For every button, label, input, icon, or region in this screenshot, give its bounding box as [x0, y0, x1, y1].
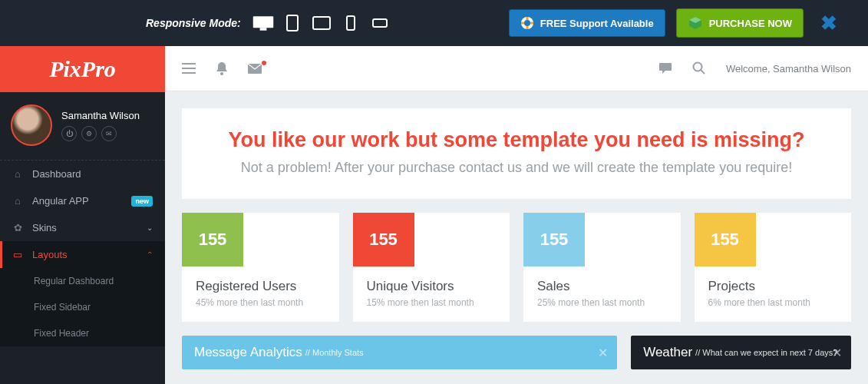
stat-sales[interactable]: 155 Sales 25% more then last month	[523, 213, 681, 322]
close-icon[interactable]: ✕	[832, 346, 842, 360]
cog-icon: ✿	[12, 222, 23, 233]
svg-rect-2	[287, 15, 298, 31]
panel-title: Weather	[643, 345, 692, 360]
welcome-text[interactable]: Welcome, Samantha Wilson	[726, 63, 851, 74]
stat-title: Unique Visitors	[353, 279, 510, 294]
bell-icon[interactable]	[216, 61, 228, 75]
svg-rect-9	[182, 68, 185, 69]
panel-weather: Weather // What can we expect in next 7 …	[631, 336, 851, 369]
sidebar-item-layouts[interactable]: ▭Layouts⌃	[0, 241, 165, 268]
chat-icon[interactable]: ✉	[101, 126, 117, 141]
svg-rect-10	[182, 72, 185, 74]
stat-title: Projects	[695, 279, 852, 294]
avatar[interactable]	[11, 104, 52, 146]
sidebar-item-angular[interactable]: ⌂Angular APPnew	[0, 187, 165, 214]
topbar: Welcome, Samantha Wilson	[165, 46, 868, 91]
box-icon	[688, 15, 703, 31]
sidebar-item-label: Fixed Sidebar	[34, 302, 91, 313]
comments-icon[interactable]	[658, 62, 672, 74]
responsive-mode-label: Responsive Mode:	[146, 17, 241, 29]
stat-sub: 6% more then last month	[695, 297, 852, 308]
sidebar-sub-fixed-sidebar[interactable]: Fixed Sidebar	[0, 294, 165, 320]
sidebar-item-label: Angular APP	[32, 195, 89, 207]
svg-rect-8	[182, 63, 185, 65]
panel-subtitle: // What can we expect in next 7 days?	[695, 348, 837, 357]
sidebar-item-label: Layouts	[32, 249, 68, 260]
stat-value: 155	[695, 213, 756, 266]
stat-registered-users[interactable]: 155 Registered Users 45% more then last …	[182, 213, 339, 322]
svg-point-11	[220, 72, 223, 75]
stat-value: 155	[523, 213, 585, 266]
chevron-up-icon: ⌃	[147, 250, 153, 259]
stat-sub: 25% more then last month	[523, 297, 681, 308]
sidebar-item-label: Regular Dashboard	[34, 276, 114, 286]
panel-analytics: Message Analytics // Monthly Stats ✕	[182, 336, 617, 369]
sidebar-item-label: Dashboard	[32, 168, 81, 180]
sidebar-nav: ⌂Dashboard ⌂Angular APPnew ✿Skins⌄ ▭Layo…	[0, 161, 165, 346]
new-badge: new	[131, 196, 153, 207]
logo[interactable]: PixPro	[0, 46, 165, 92]
panel-subtitle: // Monthly Stats	[305, 348, 364, 357]
sidebar-sub-fixed-header[interactable]: Fixed Header	[0, 320, 165, 346]
device-phone-landscape-icon[interactable]	[368, 14, 391, 32]
sidebar-item-label: Skins	[32, 222, 57, 233]
power-icon[interactable]: ⏻	[61, 126, 77, 141]
svg-point-7	[524, 20, 530, 26]
stats-row: 155 Registered Users 45% more then last …	[182, 213, 851, 322]
svg-rect-4	[347, 16, 355, 30]
svg-rect-0	[252, 16, 272, 28]
stat-sub: 15% more then last month	[353, 297, 510, 308]
sidebar: PixPro Samantha Wilson ⏻ ⚙ ✉ ⌂Dashboard …	[0, 46, 165, 384]
search-icon[interactable]	[692, 61, 706, 75]
stat-title: Registered Users	[182, 279, 339, 294]
svg-rect-1	[259, 28, 266, 31]
sidebar-item-label: Fixed Header	[34, 328, 89, 339]
support-button[interactable]: FREE Support Available	[509, 9, 665, 37]
profile-block: Samantha Wilson ⏻ ⚙ ✉	[0, 92, 165, 161]
close-icon[interactable]: ✕	[598, 346, 608, 360]
sidebar-sub-regular[interactable]: Regular Dashboard	[0, 268, 165, 294]
stat-projects[interactable]: 155 Projects 6% more then last month	[695, 213, 852, 322]
home-icon: ⌂	[12, 195, 23, 207]
purchase-button[interactable]: PURCHASE NOW	[676, 8, 804, 38]
stat-value: 155	[353, 213, 414, 266]
device-desktop-icon[interactable]	[252, 14, 275, 32]
device-selector	[252, 14, 391, 32]
stat-sub: 45% more then last month	[182, 297, 339, 308]
svg-rect-3	[313, 17, 330, 29]
profile-name: Samantha Wilson	[61, 110, 140, 121]
device-phone-portrait-icon[interactable]	[339, 14, 362, 32]
menu-toggle-icon[interactable]	[182, 63, 196, 74]
promo-bar: Responsive Mode: FREE Support Available …	[0, 0, 868, 46]
support-button-label: FREE Support Available	[540, 18, 654, 29]
promo-close-icon[interactable]: ✖	[820, 12, 837, 35]
stat-unique-visitors[interactable]: 155 Unique Visitors 15% more then last m…	[353, 213, 510, 322]
sidebar-item-skins[interactable]: ✿Skins⌄	[0, 214, 165, 241]
home-icon: ⌂	[12, 168, 23, 180]
purchase-button-label: PURCHASE NOW	[709, 18, 792, 29]
device-tablet-portrait-icon[interactable]	[281, 14, 304, 32]
device-tablet-landscape-icon[interactable]	[310, 14, 333, 32]
main: Welcome, Samantha Wilson You like our wo…	[165, 46, 868, 384]
mail-icon[interactable]	[248, 64, 262, 74]
chevron-down-icon: ⌄	[147, 223, 153, 232]
promo-banner: You like our work but some template you …	[182, 108, 851, 199]
sidebar-item-dashboard[interactable]: ⌂Dashboard	[0, 161, 165, 187]
notification-dot-icon	[262, 61, 266, 65]
panels-row: Message Analytics // Monthly Stats ✕ Wea…	[182, 336, 851, 369]
svg-point-13	[693, 63, 701, 71]
stat-title: Sales	[523, 279, 681, 294]
panel-title: Message Analytics	[194, 345, 302, 360]
stat-value: 155	[182, 213, 243, 266]
banner-subtitle: Not a problem! After your purchase conta…	[197, 160, 836, 176]
svg-rect-5	[373, 19, 387, 27]
layout-icon: ▭	[12, 249, 23, 260]
banner-title: You like our work but some template you …	[197, 128, 836, 152]
lifebuoy-icon	[520, 16, 534, 30]
gear-icon[interactable]: ⚙	[81, 126, 97, 141]
